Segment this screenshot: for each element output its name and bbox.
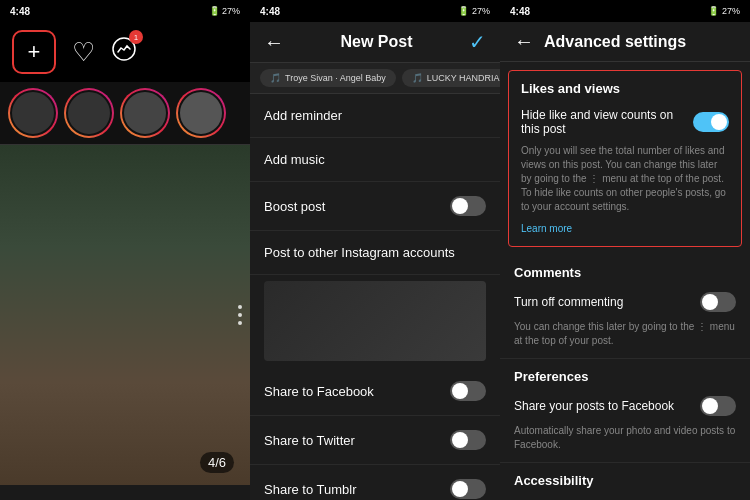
preferences-title: Preferences — [514, 369, 736, 384]
panel-instagram-feed: 4:48 🔋 27% + ♡ 1 — [0, 0, 250, 500]
hide-likes-toggle[interactable] — [693, 112, 729, 132]
turn-off-commenting-row: Turn off commenting — [514, 288, 736, 316]
confirm-button[interactable]: ✓ — [469, 30, 486, 54]
music-icon-2: 🎵 — [412, 73, 423, 83]
battery-icon-p3: 🔋 27% — [708, 6, 740, 16]
share-facebook-pref-toggle[interactable] — [700, 396, 736, 416]
advanced-settings-content: Likes and views Hide like and view count… — [500, 62, 750, 500]
advanced-settings-title: Advanced settings — [544, 33, 686, 51]
time-p3: 4:48 — [510, 6, 530, 17]
instagram-top-bar: + ♡ 1 — [0, 22, 250, 82]
share-twitter-toggle[interactable] — [450, 430, 486, 450]
share-tumblr-label: Share to Tumblr — [264, 482, 357, 497]
share-tumblr-row: Share to Tumblr — [250, 465, 500, 500]
battery-icon-p2: 🔋 27% — [458, 6, 490, 16]
time-p1: 4:48 — [10, 6, 30, 17]
add-music-row[interactable]: Add music — [250, 138, 500, 182]
accessibility-title: Accessibility — [514, 473, 736, 488]
music-icon: 🎵 — [270, 73, 281, 83]
hide-likes-label: Hide like and view counts on this post — [521, 108, 685, 136]
turn-off-commenting-toggle[interactable] — [700, 292, 736, 312]
post-other-accounts-row[interactable]: Post to other Instagram accounts — [250, 231, 500, 275]
turn-off-commenting-label: Turn off commenting — [514, 295, 623, 309]
battery-icon: 🔋 — [209, 6, 220, 16]
accessibility-section: Accessibility Write alt text › Alt text … — [500, 463, 750, 500]
feed-counter: 4/6 — [200, 452, 234, 473]
music-chips-bar: 🎵 Troye Sivan · Angel Baby 🎵 LUCKY HANDR… — [250, 63, 500, 94]
music-chip-1[interactable]: 🎵 Troye Sivan · Angel Baby — [260, 69, 396, 87]
story-avatar[interactable] — [8, 88, 58, 138]
boost-post-row: Boost post — [250, 182, 500, 231]
status-icons-p1: 🔋 27% — [209, 6, 240, 16]
heart-icon: ♡ — [72, 37, 95, 67]
feed-image: 4/6 — [0, 145, 250, 485]
share-twitter-label: Share to Twitter — [264, 433, 355, 448]
share-facebook-pref-label: Share your posts to Facebook — [514, 399, 674, 413]
share-facebook-pref-row: Share your posts to Facebook — [514, 392, 736, 420]
write-alt-text-row[interactable]: Write alt text › — [514, 496, 736, 500]
share-facebook-row: Share to Facebook — [250, 367, 500, 416]
feed-options[interactable] — [238, 305, 242, 325]
panel-new-post: 4:48 🔋 27% ← New Post ✓ 🎵 Troye Sivan · … — [250, 0, 500, 500]
hide-likes-row: Hide like and view counts on this post — [521, 104, 729, 140]
hide-likes-desc: Only you will see the total number of li… — [521, 144, 729, 214]
advanced-settings-header: ← Advanced settings — [500, 22, 750, 62]
back-button-p3[interactable]: ← — [514, 30, 534, 53]
heart-icon-wrapper[interactable]: ♡ — [72, 37, 95, 68]
messenger-icon — [111, 40, 137, 67]
boost-post-label: Boost post — [264, 199, 325, 214]
stories-row — [0, 82, 250, 145]
share-tumblr-toggle[interactable] — [450, 479, 486, 499]
back-button-p2[interactable]: ← — [264, 31, 284, 54]
new-post-content: 🎵 Troye Sivan · Angel Baby 🎵 LUCKY HANDR… — [250, 63, 500, 500]
add-music-label: Add music — [264, 152, 325, 167]
new-post-title: New Post — [340, 33, 412, 51]
post-other-accounts-label: Post to other Instagram accounts — [264, 245, 455, 260]
add-reminder-row[interactable]: Add reminder — [250, 94, 500, 138]
story-avatar[interactable] — [176, 88, 226, 138]
status-bar-p3: 4:48 🔋 27% — [500, 0, 750, 22]
comments-desc: You can change this later by going to th… — [514, 320, 736, 348]
music-chip-2[interactable]: 🎵 LUCKY HANDRIAN · Dj Slow Da... — [402, 69, 500, 87]
share-twitter-row: Share to Twitter — [250, 416, 500, 465]
comments-title: Comments — [514, 265, 736, 280]
add-reminder-label: Add reminder — [264, 108, 342, 123]
learn-more-link[interactable]: Learn more — [521, 223, 572, 234]
share-facebook-toggle[interactable] — [450, 381, 486, 401]
add-post-icon[interactable]: + — [12, 30, 56, 74]
new-post-header: ← New Post ✓ — [250, 22, 500, 63]
messenger-icon-wrapper[interactable]: 1 — [111, 36, 137, 68]
status-bar-p1: 4:48 🔋 27% — [0, 0, 250, 22]
story-avatar[interactable] — [64, 88, 114, 138]
panel-advanced-settings: 4:48 🔋 27% ← Advanced settings Likes and… — [500, 0, 750, 500]
comments-section: Comments Turn off commenting You can cha… — [500, 255, 750, 359]
preferences-section: Preferences Share your posts to Facebook… — [500, 359, 750, 463]
story-avatar[interactable] — [120, 88, 170, 138]
preferences-desc: Automatically share your photo and video… — [514, 424, 736, 452]
status-icons-p3: 🔋 27% — [708, 6, 740, 16]
status-bar-p2: 4:48 🔋 27% — [250, 0, 500, 22]
boost-toggle[interactable] — [450, 196, 486, 216]
likes-views-title: Likes and views — [521, 81, 729, 96]
share-facebook-label: Share to Facebook — [264, 384, 374, 399]
time-p2: 4:48 — [260, 6, 280, 17]
notification-badge: 1 — [129, 30, 143, 44]
image-preview — [264, 281, 486, 361]
status-icons-p2: 🔋 27% — [458, 6, 490, 16]
likes-views-section: Likes and views Hide like and view count… — [508, 70, 742, 247]
